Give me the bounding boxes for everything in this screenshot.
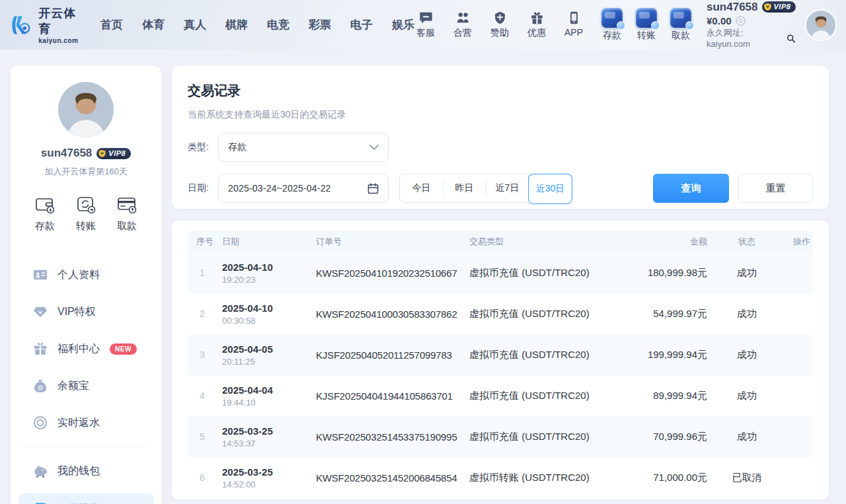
promotions-button[interactable]: 优惠	[525, 11, 548, 39]
calendar-icon	[367, 183, 379, 194]
date-quick-ranges: 今日 昨日 近7日 近30日	[399, 174, 572, 203]
row-type: 虚拟币充值 (USDT/TRC20)	[464, 431, 596, 443]
deposit-icon	[601, 8, 623, 28]
brand-domain: kaiyun.com	[38, 37, 82, 44]
sidebar-transfer-button[interactable]: 转账	[75, 195, 96, 233]
row-status: 成功	[710, 308, 779, 320]
date-label: 日期:	[188, 182, 218, 194]
transfer-button[interactable]: 转账	[634, 8, 659, 42]
withdraw-icon	[670, 8, 691, 28]
type-filter-row: 类型: 存款	[188, 133, 813, 162]
main-nav: 首页 体育 真人 棋牌 电竞 彩票 电子 娱乐	[100, 17, 414, 32]
header-quick-icons: 客服 合营 赞助 优惠 APP	[414, 11, 585, 39]
nav-lottery[interactable]: 彩票	[309, 17, 331, 32]
sidebar: sun47658 VIP8 加入开云体育第160天 存款 转账 取款 个人资料 …	[11, 66, 161, 504]
nav-home[interactable]: 首页	[100, 17, 123, 32]
sidebar-divider	[22, 447, 149, 447]
col-order: 订单号	[311, 236, 464, 248]
row-seq: 4	[188, 390, 217, 401]
user-avatar[interactable]	[805, 9, 837, 41]
row-status: 已取消	[710, 472, 779, 484]
row-date: 2025-04-0520:11:25	[217, 343, 311, 367]
search-icon[interactable]	[787, 34, 796, 44]
table-row: 2 2025-04-1000:30:58 KWSF202504100030583…	[188, 293, 813, 334]
sidebar-item-vip[interactable]: VIP特权	[11, 293, 161, 330]
rebate-circle-icon	[33, 415, 48, 430]
refresh-balance-icon[interactable]	[736, 16, 746, 26]
sidebar-deposit-label: 存款	[35, 220, 55, 233]
row-date: 2025-03-2514:53:37	[217, 425, 311, 449]
sidebar-item-label: 实时返水	[58, 416, 100, 430]
brand-logo[interactable]: 开云体育 kaiyun.com	[9, 5, 82, 44]
bank-card-icon	[116, 195, 137, 215]
piggy-bank-icon	[33, 464, 48, 478]
col-amount: 金额	[596, 236, 710, 248]
range-7days[interactable]: 近7日	[486, 174, 529, 202]
sponsor-label: 赞助	[490, 27, 509, 39]
row-order-no: KWSF202504101920232510667	[311, 268, 464, 279]
table-row: 6 2025-03-2514:52:00 KWSF202503251452006…	[188, 457, 813, 498]
type-select[interactable]: 存款	[218, 133, 389, 162]
nav-sports[interactable]: 体育	[142, 17, 165, 32]
sidebar-item-yuebao[interactable]: 余额宝	[11, 367, 161, 404]
app-download-button[interactable]: APP	[562, 11, 585, 39]
range-today[interactable]: 今日	[400, 174, 443, 202]
sidebar-withdraw-label: 取款	[117, 220, 137, 233]
customer-service-label: 客服	[416, 27, 435, 39]
range-yesterday[interactable]: 昨日	[443, 174, 486, 202]
gift-icon	[33, 342, 48, 355]
table-row: 3 2025-04-0520:11:25 KJSF202504052011257…	[188, 334, 813, 375]
gem-icon	[33, 305, 48, 318]
sponsor-button[interactable]: 赞助	[488, 11, 511, 39]
row-order-no: KJSF202504052011257099783	[311, 349, 464, 361]
sidebar-item-profile[interactable]: 个人资料	[11, 256, 161, 293]
sidebar-avatar-photo	[58, 82, 114, 137]
table-row: 4 2025-04-0419:44:10 KJSF202504041944105…	[188, 375, 813, 416]
top-header: 开云体育 kaiyun.com 首页 体育 真人 棋牌 电竞 彩票 电子 娱乐 …	[0, 0, 846, 50]
range-30days[interactable]: 近30日	[528, 174, 572, 204]
partnership-button[interactable]: 合营	[451, 11, 474, 39]
row-order-no: KWSF202504100030583307862	[311, 308, 464, 320]
row-order-no: KJSF202504041944105863701	[311, 390, 464, 402]
row-seq: 2	[188, 308, 217, 319]
username: sun47658	[707, 0, 758, 14]
nav-live[interactable]: 真人	[184, 17, 206, 32]
row-order-no: KWSF202503251453375190995	[311, 431, 464, 443]
deposit-button[interactable]: 存款	[599, 8, 625, 42]
reset-button[interactable]: 重置	[738, 174, 813, 203]
promotions-label: 优惠	[527, 27, 546, 39]
vip-shield-icon	[98, 149, 106, 158]
filter-panel: 交易记录 当前系统支持查询最近30日的交易记录 类型: 存款 日期: 2025-…	[172, 66, 829, 209]
nav-cards[interactable]: 棋牌	[225, 17, 248, 32]
customer-service-button[interactable]: 客服	[414, 11, 437, 39]
row-status: 成功	[710, 431, 779, 443]
sidebar-avatar	[58, 82, 114, 137]
avatar-photo	[806, 11, 835, 40]
partnership-label: 合营	[453, 27, 472, 39]
sidebar-menu: 个人资料 VIP特权 福利中心 NEW 余额宝 实时返水 我的钱包 交易记录	[11, 256, 161, 504]
row-type: 虚拟币充值 (USDT/TRC20)	[464, 349, 596, 361]
vip-shield-icon	[763, 3, 772, 11]
sidebar-item-rebate[interactable]: 实时返水	[11, 404, 161, 441]
row-type: 虚拟币充值 (USDT/TRC20)	[464, 390, 596, 402]
search-button[interactable]: 查询	[653, 174, 729, 203]
join-days-text: 加入开云体育第160天	[11, 166, 161, 178]
sidebar-item-transactions[interactable]: 交易记录	[19, 493, 153, 504]
row-date: 2025-04-1019:20:23	[217, 262, 311, 285]
row-seq: 6	[188, 472, 217, 483]
date-range-input[interactable]: 2025-03-24~2025-04-22	[218, 174, 389, 203]
withdraw-button[interactable]: 取款	[668, 8, 693, 42]
sidebar-withdraw-button[interactable]: 取款	[116, 195, 137, 233]
sidebar-quick-actions: 存款 转账 取款	[11, 195, 161, 233]
nav-slots[interactable]: 电子	[350, 17, 373, 32]
row-seq: 3	[188, 349, 217, 360]
nav-esports[interactable]: 电竞	[267, 17, 289, 32]
col-type: 交易类型	[464, 236, 596, 248]
row-seq: 1	[188, 268, 217, 278]
sidebar-deposit-button[interactable]: 存款	[34, 195, 56, 233]
sidebar-item-wallet[interactable]: 我的钱包	[11, 452, 161, 489]
nav-entertainment[interactable]: 娱乐	[392, 17, 414, 32]
sidebar-item-welfare[interactable]: 福利中心 NEW	[11, 330, 161, 367]
transactions-table-card: 序号 日期 订单号 交易类型 金额 状态 操作 1 2025-04-1019:2…	[172, 221, 829, 499]
sidebar-item-label: 福利中心	[58, 342, 100, 356]
